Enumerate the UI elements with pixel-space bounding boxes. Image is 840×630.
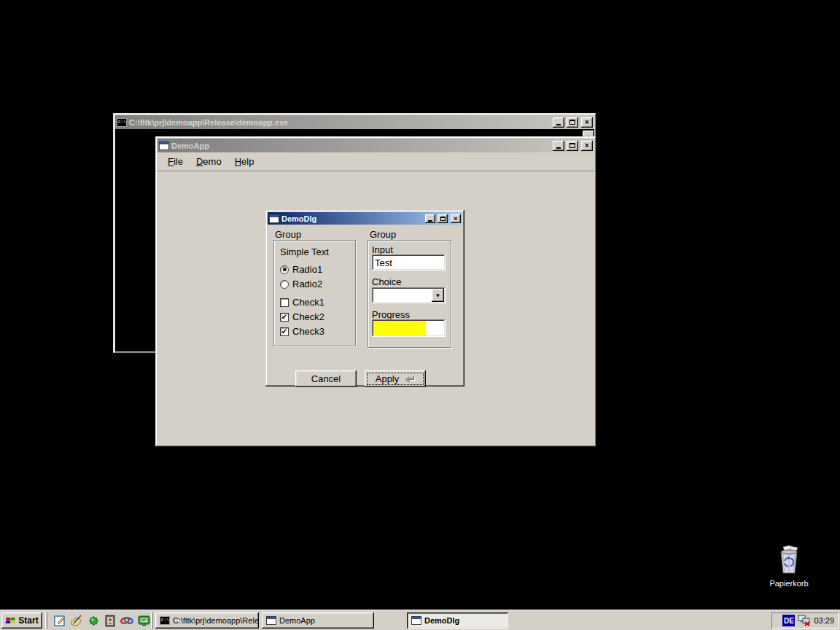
taskbar-separator[interactable] [45,612,47,629]
left-group-box: Simple Text Radio1 Radio2 ✔ Check1 ✔ Che… [273,240,356,346]
start-button[interactable]: Start [1,612,42,629]
chevron-down-icon: ▼ [435,292,441,299]
hand-pen-icon[interactable] [69,613,84,628]
recycle-bin-label: Papierkorb [756,579,822,588]
system-tray: DE 03:29 [771,612,839,629]
taskbar-button-console[interactable]: C:\ C:\fltk\prj\demoapp\Rele... [155,612,259,629]
menu-item-file[interactable]: File [162,154,189,169]
window-icon [411,616,421,625]
progress-bar [372,319,446,337]
console-close-button[interactable]: × [581,117,593,128]
taskbar-button-demoapp-label: DemoApp [279,616,315,625]
progress-fill [373,321,426,335]
check-icon: ✔ [281,327,287,335]
tray-clock[interactable]: 03:29 [814,616,834,625]
radio1-option[interactable]: Radio1 [280,264,322,275]
maximize-icon [569,120,575,125]
console-maximize-button[interactable] [567,117,578,128]
demoapp-close-button[interactable]: × [581,141,593,151]
demoapp-window-title: DemoApp [171,141,551,150]
radio2-label: Radio2 [292,279,322,289]
apply-button-label: Apply [376,373,400,384]
menu-item-help[interactable]: Help [229,154,260,169]
console-icon: C:\ [117,118,127,127]
apply-button[interactable]: Apply [365,370,426,387]
taskbar-separator[interactable] [151,612,153,629]
console-minimize-button[interactable] [553,117,564,128]
check3-option[interactable]: ✔ Check3 [280,326,324,337]
visual-studio-icon[interactable] [120,613,134,628]
start-button-label: Start [18,615,38,626]
maximize-icon [569,143,575,148]
demoapp-titlebar[interactable]: DemoApp × [158,139,594,152]
demoapp-icon [159,141,169,150]
taskbar: Start C:\ C:\fltk\prj\demoapp\Rele... De… [0,610,840,630]
radio2-option[interactable]: Radio2 [280,279,322,289]
recycle-bin-icon [776,545,802,575]
demodlg-icon [269,214,279,223]
return-key-icon [403,376,415,383]
document-pen-icon[interactable] [52,613,67,628]
console-titlebar[interactable]: C:\ C:\fltk\prj\demoapp\Release\demoapp.… [115,115,594,129]
check-icon: ✔ [281,313,287,321]
radio1-button[interactable] [280,265,289,274]
console-window-title: C:\fltk\prj\demoapp\Release\demoapp.exe [129,118,551,127]
left-group-label: Group [275,229,301,240]
minimize-icon [556,147,561,149]
check3-label: Check3 [292,326,324,337]
right-group-box: Input Choice ▼ Progress [368,240,451,348]
maximize-icon [440,217,446,221]
choice-value [372,286,378,300]
minimize-icon [428,220,432,222]
input-field-wrap [372,254,446,271]
simple-text-label: Simple Text [280,246,329,257]
recycle-bin-desktop-icon[interactable]: Papierkorb [756,545,822,588]
check1-option[interactable]: ✔ Check1 [280,297,324,308]
demoapp-minimize-button[interactable] [553,141,564,151]
demodlg-window: DemoDlg × Group Simple Text Radio1 Radio… [265,210,464,386]
input-field[interactable] [372,254,446,271]
window-icon [266,616,276,625]
check1-checkbox[interactable]: ✔ [280,298,289,307]
demodlg-minimize-button[interactable] [425,214,435,223]
demoapp-maximize-button[interactable] [567,141,578,151]
close-icon: × [585,118,589,126]
bug-icon[interactable] [86,613,101,628]
close-icon: × [454,215,457,222]
progress-label: Progress [372,309,410,320]
check2-checkbox[interactable]: ✔ [280,313,289,322]
check3-checkbox[interactable]: ✔ [280,327,289,336]
choice-arrow-button[interactable]: ▼ [432,289,444,302]
radio1-label: Radio1 [292,264,322,275]
demodlg-window-title: DemoDlg [281,214,423,223]
choice-dropdown[interactable]: ▼ [372,287,446,303]
cancel-button[interactable]: Cancel [295,370,357,387]
close-icon: × [585,141,589,149]
taskbar-button-demoapp[interactable]: DemoApp [262,612,374,629]
taskbar-button-console-label: C:\fltk\prj\demoapp\Rele... [173,616,259,625]
check1-label: Check1 [292,297,324,308]
demodlg-close-button[interactable]: × [451,214,461,223]
console-icon: C:\ [160,616,170,625]
green-terminal-icon[interactable] [136,613,151,628]
taskbar-button-demodlg-label: DemoDlg [424,616,459,625]
check2-option[interactable]: ✔ Check2 [280,311,324,322]
demoapp-menubar: File Demo Help [158,152,594,171]
minimize-icon [556,124,561,125]
keyboard-layout-indicator[interactable]: DE [782,615,795,626]
radio2-button[interactable] [280,280,289,289]
windows-logo-icon [5,615,16,626]
network-disconnected-icon[interactable] [798,615,811,626]
input-label: Input [372,244,393,255]
radio-dot-icon [283,268,287,271]
menu-item-demo[interactable]: Demo [190,154,228,169]
person-document-icon[interactable] [103,613,117,628]
demodlg-titlebar[interactable]: DemoDlg × [268,212,462,225]
demodlg-maximize-button[interactable] [438,214,448,223]
check2-label: Check2 [292,311,324,322]
right-group-label: Group [370,229,396,240]
taskbar-button-demodlg[interactable]: DemoDlg [407,612,508,629]
